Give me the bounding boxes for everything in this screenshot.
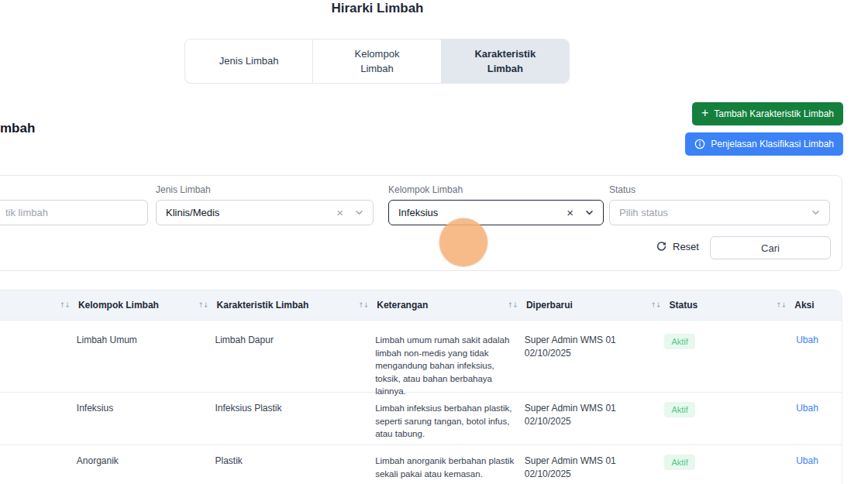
click-indicator (439, 218, 487, 266)
cell-keterangan: Limbah anorganik berbahan plastik sekali… (356, 455, 522, 480)
sort-icon: ↑↓ (508, 301, 518, 309)
plus-icon: + (701, 107, 708, 119)
tab-kelompok-limbah[interactable]: Kelompok Limbah (312, 39, 440, 83)
cell-karakteristik: Plastik (197, 455, 357, 468)
cell-kelompok: Limbah Umum (58, 334, 197, 347)
cell-diperbarui: Super Admin WMS 01 02/10/2025 (522, 455, 649, 481)
status-badge: Aktif (664, 334, 694, 349)
sort-icon: ↑↓ (358, 301, 368, 309)
chevron-down-icon (585, 208, 594, 217)
table-row: Limbah Umum Limbah Dapur Limbah umum rum… (0, 320, 842, 392)
status-badge: Aktif (664, 402, 694, 417)
column-header-karakteristik-limbah[interactable]: ↑↓ Karakteristik Limbah (197, 300, 357, 311)
column-label: Status (670, 300, 698, 311)
column-header-keterangan[interactable]: ↑↓ Keterangan (356, 300, 506, 311)
table-row: Infeksius Infeksius Plastik Limbah infek… (0, 392, 842, 445)
cell-karakteristik: Infeksius Plastik (197, 402, 357, 415)
search-karakteristik-input[interactable] (0, 200, 148, 225)
sort-icon: ↑↓ (650, 301, 660, 309)
reset-button[interactable]: Reset (656, 241, 699, 252)
clear-icon[interactable]: × (336, 207, 343, 218)
jenis-limbah-select[interactable]: Klinis/Medis × (156, 200, 374, 225)
cell-kelompok: Anorganik (58, 455, 197, 468)
cell-aksi: Ubah (774, 334, 842, 347)
add-karakteristik-button[interactable]: + Tambah Karakteristik Limbah (692, 102, 843, 125)
ubah-link[interactable]: Ubah (796, 335, 818, 345)
table-row: Anorganik Plastik Limbah anorganik berba… (0, 445, 842, 484)
status-badge: Aktif (664, 455, 694, 470)
table-header-row: ↑↓ Kelompok Limbah ↑↓ Karakteristik Limb… (0, 290, 842, 320)
clear-icon[interactable]: × (567, 207, 574, 218)
reset-label: Reset (673, 241, 699, 252)
cell-keterangan: Limbah umum rumah sakit adalah limbah no… (356, 334, 522, 398)
status-select[interactable]: Pilih status (609, 200, 830, 225)
chevron-down-icon (811, 208, 820, 217)
column-header-kelompok-limbah[interactable]: ↑↓ Kelompok Limbah (58, 300, 197, 311)
cell-status: Aktif (649, 455, 774, 470)
status-select-placeholder: Pilih status (619, 207, 811, 218)
hierarchy-tabs: Jenis Limbah Kelompok Limbah Karakterist… (184, 39, 570, 84)
karakteristik-limbah-table: ↑↓ Kelompok Limbah ↑↓ Karakteristik Limb… (0, 290, 842, 484)
diperbarui-tanggal: 02/10/2025 (525, 347, 649, 360)
chevron-down-icon (355, 208, 363, 217)
penjelasan-klasifikasi-label: Penjelasan Klasifikasi Limbah (711, 139, 834, 149)
page-title: Hirarki Limbah (0, 1, 755, 16)
column-label: Diperbarui (526, 300, 573, 311)
add-karakteristik-label: Tambah Karakteristik Limbah (714, 108, 834, 119)
kelompok-limbah-filter-label: Kelompok Limbah (388, 184, 463, 195)
filter-panel: Jenis Limbah Klinis/Medis × Kelompok Lim… (0, 175, 842, 271)
diperbarui-tanggal: 02/10/2025 (525, 468, 649, 481)
tab-karakteristik-limbah[interactable]: Karakteristik Limbah (441, 39, 569, 83)
ubah-link[interactable]: Ubah (796, 455, 818, 466)
column-label: Keterangan (377, 300, 428, 311)
section-heading-partial: mbah (0, 120, 35, 137)
cell-aksi: Ubah (774, 455, 842, 468)
cell-aksi: Ubah (774, 402, 842, 415)
jenis-limbah-filter-label: Jenis Limbah (156, 184, 211, 195)
cell-status: Aktif (649, 402, 774, 417)
sort-icon: ↑↓ (60, 301, 70, 309)
column-label: Aksi (794, 300, 814, 311)
column-header-aksi[interactable]: ↑↓ Aksi (774, 300, 842, 311)
cell-status: Aktif (649, 334, 774, 349)
cell-diperbarui: Super Admin WMS 01 02/10/2025 (522, 402, 649, 428)
sort-icon: ↑↓ (198, 301, 208, 309)
kelompok-limbah-select-value: Infeksius (398, 207, 567, 218)
column-label: Kelompok Limbah (78, 300, 159, 311)
cari-button[interactable]: Cari (710, 236, 831, 259)
column-label: Karakteristik Limbah (217, 300, 309, 311)
jenis-limbah-select-value: Klinis/Medis (166, 207, 336, 218)
diperbarui-oleh: Super Admin WMS 01 (525, 455, 649, 468)
hirarki-limbah-page: Hirarki Limbah Jenis Limbah Kelompok Lim… (0, 0, 868, 484)
column-header-status[interactable]: ↑↓ Status (649, 300, 774, 311)
ubah-link[interactable]: Ubah (796, 403, 818, 414)
kelompok-limbah-select[interactable]: Infeksius × (388, 200, 604, 225)
cell-karakteristik: Limbah Dapur (197, 334, 357, 347)
column-header-diperbarui[interactable]: ↑↓ Diperbarui (506, 300, 649, 311)
tab-jenis-limbah[interactable]: Jenis Limbah (185, 39, 312, 83)
cell-kelompok: Infeksius (58, 402, 197, 415)
sort-icon: ↑↓ (776, 301, 786, 309)
info-icon (694, 139, 705, 149)
status-filter-label: Status (609, 184, 636, 195)
diperbarui-oleh: Super Admin WMS 01 (525, 334, 649, 347)
diperbarui-tanggal: 02/10/2025 (525, 415, 649, 428)
cell-keterangan: Limbah infeksius berbahan plastik, seper… (356, 402, 522, 441)
penjelasan-klasifikasi-button[interactable]: Penjelasan Klasifikasi Limbah (685, 132, 843, 156)
reset-icon (656, 241, 667, 252)
cell-diperbarui: Super Admin WMS 01 02/10/2025 (522, 334, 649, 360)
diperbarui-oleh: Super Admin WMS 01 (525, 402, 649, 415)
